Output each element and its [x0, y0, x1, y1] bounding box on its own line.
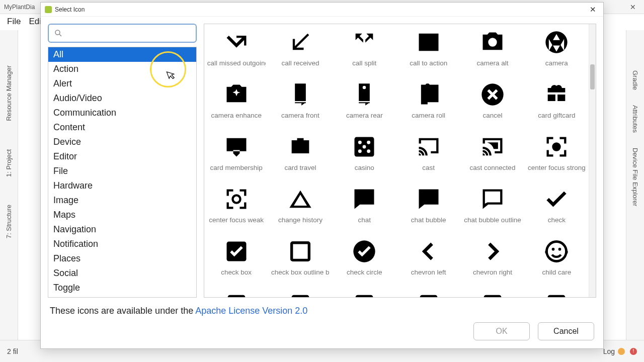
- icon-option-partial[interactable]: [268, 287, 332, 297]
- license-link[interactable]: Apache License Version 2.0: [195, 306, 307, 316]
- search-box[interactable]: [48, 24, 197, 43]
- left-tab-project[interactable]: 1: Project: [5, 149, 13, 177]
- dialog-titlebar: Select Icon ✕: [41, 3, 603, 17]
- status-log[interactable]: Log: [603, 347, 615, 355]
- icon-option-call-missed-outgoing[interactable]: call missed outgoing: [204, 25, 268, 77]
- icon-option-center-focus-strong[interactable]: center focus strong: [525, 130, 589, 182]
- category-item-alert[interactable]: Alert: [48, 76, 196, 91]
- icon-option-card-travel[interactable]: card travel: [268, 130, 332, 182]
- casino-icon: [349, 132, 379, 162]
- icon-option-chat-bubble-outline[interactable]: chat bubble outline: [460, 182, 524, 234]
- icon-option-casino[interactable]: casino: [333, 130, 396, 182]
- icon-option-check-circle[interactable]: check circle: [333, 234, 396, 287]
- category-item-image[interactable]: Image: [48, 193, 196, 208]
- icon-label: center focus weak: [209, 216, 264, 224]
- icon-option-call-to-action[interactable]: call to action: [396, 25, 460, 77]
- icon-option-camera-rear[interactable]: camera rear: [333, 77, 396, 130]
- category-item-content[interactable]: Content: [48, 120, 196, 135]
- icon-option-card-membership[interactable]: card membership: [204, 130, 268, 182]
- icon-option-camera-enhance[interactable]: camera enhance: [204, 77, 268, 130]
- icon-option-call-split[interactable]: call split: [333, 25, 396, 77]
- icon-option-chevron-left[interactable]: chevron left: [396, 234, 460, 287]
- category-item-action[interactable]: Action: [48, 62, 196, 76]
- icon-label: camera roll: [412, 112, 445, 119]
- icon-label: chat bubble outline: [464, 216, 521, 224]
- icon-option-camera-alt[interactable]: camera alt: [460, 25, 524, 77]
- icon-option-check-box-outline[interactable]: check box outline blank: [268, 234, 332, 287]
- icon-option-partial[interactable]: [525, 287, 589, 297]
- icon-option-cancel[interactable]: cancel: [460, 77, 524, 130]
- svg-line-1: [59, 34, 61, 36]
- icon-grid-scrollbar[interactable]: [589, 24, 596, 297]
- icon-option-chat[interactable]: chat: [333, 182, 396, 234]
- icon-option-camera-roll[interactable]: camera roll: [396, 77, 460, 130]
- icon-option-partial[interactable]: [396, 287, 460, 297]
- icon-option-chat-bubble[interactable]: chat bubble: [396, 182, 460, 234]
- category-item-hardware[interactable]: Hardware: [48, 178, 196, 193]
- camera-front-icon: [285, 79, 315, 110]
- category-item-communication[interactable]: Communication: [48, 106, 196, 120]
- icon-label: check box outline blank: [271, 268, 330, 276]
- icon-option-center-focus-weak[interactable]: center focus weak: [204, 182, 268, 234]
- icon-option-check[interactable]: check: [525, 182, 589, 234]
- icon-label: card membership: [210, 164, 263, 171]
- category-item-notification[interactable]: Notification: [48, 237, 196, 251]
- icon-label: call received: [281, 59, 319, 67]
- ide-close-icon[interactable]: ✕: [626, 3, 640, 11]
- check-icon: [541, 184, 572, 214]
- category-item-toggle[interactable]: Toggle: [48, 281, 196, 295]
- icon-option-check-box[interactable]: check box: [204, 234, 268, 287]
- scrollbar-thumb[interactable]: [590, 64, 595, 89]
- dialog-close-button[interactable]: ✕: [587, 5, 599, 14]
- cancel-button[interactable]: Cancel: [538, 322, 594, 340]
- right-tab-device-explorer[interactable]: Device File Explorer: [631, 148, 639, 206]
- icon-label: camera alt: [476, 59, 508, 67]
- category-item-social[interactable]: Social: [48, 266, 196, 281]
- call-split-icon: [349, 27, 379, 57]
- chat-bubble-outline-icon: [477, 184, 508, 214]
- category-item-places[interactable]: Places: [48, 251, 196, 266]
- icon-option-child-care[interactable]: child care: [525, 234, 589, 287]
- category-item-maps[interactable]: Maps: [48, 208, 196, 222]
- category-item-audio-video[interactable]: Audio/Video: [48, 91, 196, 106]
- left-tab-resource-manager[interactable]: Resource Manager: [5, 65, 13, 121]
- right-tab-attributes[interactable]: Attributes: [631, 105, 639, 133]
- icon-option-partial[interactable]: [204, 287, 268, 297]
- icon-option-cast[interactable]: cast: [396, 130, 460, 182]
- right-tab-gradle[interactable]: Gradle: [631, 70, 639, 90]
- status-error-icon[interactable]: !: [630, 348, 637, 355]
- status-files: 2 fil: [7, 347, 18, 355]
- icon-label: cancel: [482, 112, 502, 119]
- center-focus-strong-icon: [541, 132, 572, 162]
- ok-button[interactable]: OK: [473, 322, 530, 340]
- icon-option-camera[interactable]: camera: [525, 25, 589, 77]
- category-item-all[interactable]: All: [48, 47, 196, 62]
- category-item-file[interactable]: File: [48, 164, 196, 178]
- card-travel-icon: [285, 132, 315, 162]
- category-list[interactable]: AllActionAlertAudio/VideoCommunicationCo…: [48, 47, 197, 298]
- icon-grid[interactable]: call missed outgoingcall receivedcall sp…: [204, 24, 589, 297]
- icon-option-change-history[interactable]: change history: [268, 182, 332, 234]
- icon-option-partial[interactable]: [460, 287, 524, 297]
- partial-icon: [221, 289, 252, 297]
- icon-option-call-received[interactable]: call received: [268, 25, 332, 77]
- icon-option-camera-front[interactable]: camera front: [268, 77, 332, 130]
- partial-icon: [349, 289, 379, 297]
- android-icon: [45, 6, 52, 13]
- category-item-device[interactable]: Device: [48, 135, 196, 149]
- menu-file[interactable]: File: [3, 17, 25, 27]
- category-item-editor[interactable]: Editor: [48, 149, 196, 164]
- icon-label: call missed outgoing: [207, 59, 266, 67]
- icon-option-cast-connected[interactable]: cast connected: [460, 130, 524, 182]
- search-input[interactable]: [67, 29, 191, 38]
- icon-option-partial[interactable]: [333, 287, 396, 297]
- card-giftcard-icon: [541, 79, 572, 110]
- icon-option-chevron-right[interactable]: chevron right: [460, 234, 524, 287]
- icon-label: call split: [352, 59, 376, 67]
- chat-bubble-icon: [414, 184, 444, 214]
- status-warning-icon[interactable]: [618, 348, 625, 355]
- left-tab-structure[interactable]: 7: Structure: [5, 205, 13, 238]
- select-icon-dialog: Select Icon ✕ AllActionAlertAudio/VideoC…: [40, 2, 604, 349]
- category-item-navigation[interactable]: Navigation: [48, 222, 196, 237]
- icon-option-card-giftcard[interactable]: card giftcard: [525, 77, 589, 130]
